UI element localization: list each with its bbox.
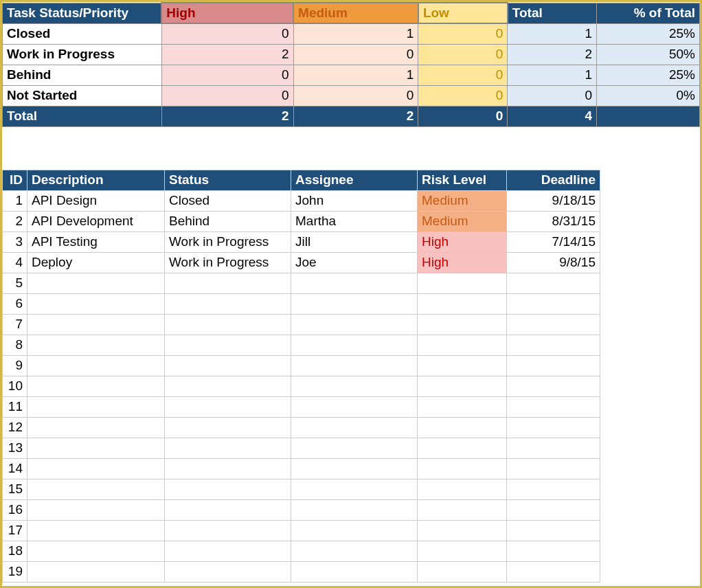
- summary-cell-low[interactable]: 0: [418, 85, 508, 106]
- task-risk[interactable]: [418, 499, 507, 520]
- summary-cell-med[interactable]: 0: [293, 44, 418, 65]
- task-deadline[interactable]: 8/31/15: [507, 211, 600, 231]
- task-risk[interactable]: [418, 417, 507, 438]
- task-desc[interactable]: [27, 520, 165, 541]
- task-id[interactable]: 13: [3, 438, 27, 458]
- task-assignee[interactable]: [291, 520, 418, 541]
- task-status[interactable]: [165, 417, 291, 438]
- task-deadline[interactable]: 9/8/15: [507, 252, 600, 273]
- task-status[interactable]: [165, 479, 291, 499]
- task-id[interactable]: 9: [3, 355, 27, 376]
- task-desc[interactable]: [27, 293, 165, 314]
- task-risk[interactable]: [418, 458, 507, 479]
- task-desc[interactable]: [27, 458, 165, 479]
- summary-row-label[interactable]: Not Started: [3, 85, 162, 106]
- summary-cell-high[interactable]: 0: [161, 85, 293, 106]
- task-risk[interactable]: Medium: [418, 211, 507, 231]
- task-risk[interactable]: [418, 376, 507, 396]
- task-assignee[interactable]: Joe: [291, 252, 418, 273]
- task-desc[interactable]: [27, 541, 165, 561]
- task-desc[interactable]: [27, 479, 165, 499]
- task-deadline[interactable]: [507, 376, 600, 396]
- task-id[interactable]: 12: [3, 417, 27, 438]
- task-id[interactable]: 15: [3, 479, 27, 499]
- summary-cell-pct[interactable]: 25%: [597, 65, 700, 85]
- task-assignee[interactable]: [291, 561, 418, 582]
- summary-cell-med[interactable]: 1: [293, 23, 418, 44]
- task-assignee[interactable]: John: [291, 190, 418, 211]
- task-deadline[interactable]: 9/18/15: [507, 190, 600, 211]
- task-desc[interactable]: [27, 499, 165, 520]
- summary-cell-high[interactable]: 0: [161, 23, 293, 44]
- task-assignee[interactable]: [291, 417, 418, 438]
- task-status[interactable]: [165, 561, 291, 582]
- task-deadline[interactable]: [507, 417, 600, 438]
- task-status[interactable]: [165, 458, 291, 479]
- task-desc[interactable]: API Testing: [27, 231, 165, 252]
- summary-cell-low[interactable]: 0: [418, 44, 508, 65]
- task-id[interactable]: 18: [3, 541, 27, 561]
- task-id[interactable]: 4: [3, 252, 27, 273]
- task-assignee[interactable]: [291, 458, 418, 479]
- task-risk[interactable]: [418, 314, 507, 335]
- task-id[interactable]: 1: [3, 190, 27, 211]
- task-id[interactable]: 11: [3, 396, 27, 417]
- task-desc[interactable]: [27, 438, 165, 458]
- task-deadline[interactable]: [507, 499, 600, 520]
- task-desc[interactable]: API Development: [27, 211, 165, 231]
- task-deadline[interactable]: [507, 273, 600, 293]
- task-id[interactable]: 17: [3, 520, 27, 541]
- task-deadline[interactable]: [507, 438, 600, 458]
- task-assignee[interactable]: [291, 499, 418, 520]
- task-status[interactable]: [165, 499, 291, 520]
- col-high[interactable]: High: [161, 3, 293, 23]
- task-desc[interactable]: Deploy: [27, 252, 165, 273]
- col-medium[interactable]: Medium: [293, 3, 418, 23]
- task-status[interactable]: [165, 314, 291, 335]
- task-risk[interactable]: High: [418, 252, 507, 273]
- task-risk[interactable]: [418, 396, 507, 417]
- task-assignee[interactable]: [291, 355, 418, 376]
- task-id[interactable]: 2: [3, 211, 27, 231]
- summary-cell-total[interactable]: 1: [508, 23, 597, 44]
- task-status[interactable]: [165, 396, 291, 417]
- task-risk[interactable]: [418, 438, 507, 458]
- task-status[interactable]: [165, 293, 291, 314]
- task-assignee[interactable]: Martha: [291, 211, 418, 231]
- task-id[interactable]: 5: [3, 273, 27, 293]
- task-risk[interactable]: [418, 335, 507, 355]
- task-id[interactable]: 6: [3, 293, 27, 314]
- task-desc[interactable]: [27, 417, 165, 438]
- task-desc[interactable]: [27, 376, 165, 396]
- task-status[interactable]: [165, 355, 291, 376]
- hdr-assignee[interactable]: Assignee: [291, 170, 418, 190]
- hdr-id[interactable]: ID: [3, 170, 27, 190]
- task-assignee[interactable]: [291, 335, 418, 355]
- task-assignee[interactable]: [291, 479, 418, 499]
- task-assignee[interactable]: [291, 293, 418, 314]
- task-desc[interactable]: API Design: [27, 190, 165, 211]
- summary-row-label[interactable]: Behind: [3, 65, 162, 85]
- summary-cell-pct[interactable]: 0%: [597, 85, 700, 106]
- task-risk[interactable]: [418, 273, 507, 293]
- task-deadline[interactable]: [507, 314, 600, 335]
- summary-cell-pct[interactable]: 50%: [597, 44, 700, 65]
- task-desc[interactable]: [27, 561, 165, 582]
- task-risk[interactable]: [418, 520, 507, 541]
- task-assignee[interactable]: [291, 273, 418, 293]
- task-id[interactable]: 10: [3, 376, 27, 396]
- task-deadline[interactable]: [507, 458, 600, 479]
- summary-cell-med[interactable]: 0: [293, 85, 418, 106]
- task-desc[interactable]: [27, 314, 165, 335]
- summary-cell-high[interactable]: 2: [161, 44, 293, 65]
- task-assignee[interactable]: Jill: [291, 231, 418, 252]
- task-desc[interactable]: [27, 273, 165, 293]
- task-status[interactable]: [165, 273, 291, 293]
- summary-cell-total[interactable]: 1: [508, 65, 597, 85]
- col-low[interactable]: Low: [418, 3, 508, 23]
- task-id[interactable]: 19: [3, 561, 27, 582]
- summary-cell-total[interactable]: 2: [508, 44, 597, 65]
- hdr-risk[interactable]: Risk Level: [418, 170, 507, 190]
- task-deadline[interactable]: [507, 561, 600, 582]
- task-assignee[interactable]: [291, 541, 418, 561]
